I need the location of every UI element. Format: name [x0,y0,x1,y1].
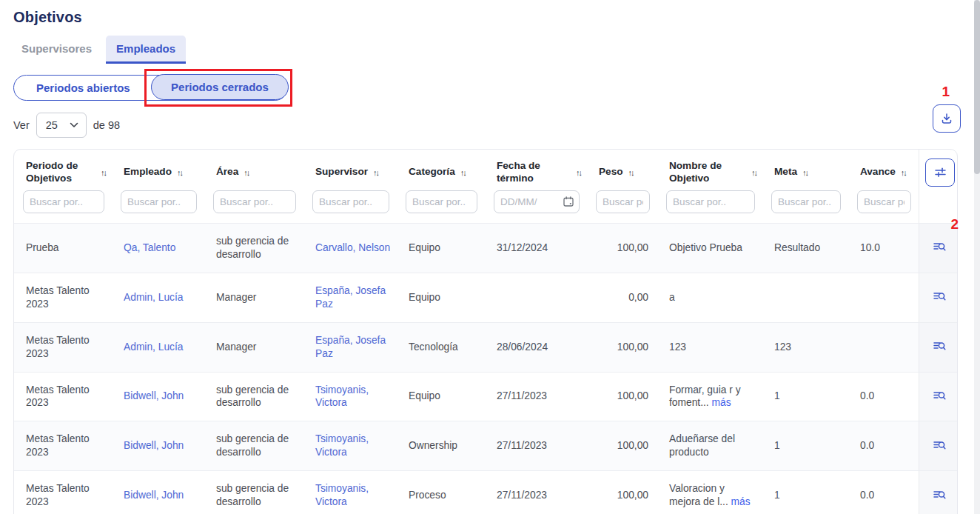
sort-icon[interactable]: ↑↓ [460,168,467,177]
empleado-link[interactable]: Bidwell, John [124,490,184,501]
col-periodo-label: Periodo de Objetivos [26,160,95,185]
sort-icon[interactable]: ↑↓ [244,168,250,177]
empleado-link[interactable]: Admin, Lucía [124,341,184,353]
mas-link[interactable]: más [712,397,731,408]
cell-empleado: Admin, Lucía [112,322,204,372]
cell-periodo: Metas Talento 2023 [14,421,112,470]
calendar-icon[interactable] [563,196,574,207]
cell-nombre: Adueñarse del producto [657,421,762,470]
objectives-table: Periodo de Objetivos↑↓ Empleado↑↓ Área↑↓… [13,149,958,514]
col-categoria-label: Categoría [409,166,455,178]
filter-meta-input[interactable] [771,190,841,213]
filter-categoria-input[interactable] [406,190,477,213]
supervisor-link[interactable]: Tsimoyanis, Victora [315,384,369,409]
row-detail-button[interactable] [930,337,948,355]
supervisor-link[interactable]: España, Josefa Paz [315,285,386,310]
cell-supervisor: España, Josefa Paz [303,273,397,322]
cell-actions [919,372,958,421]
vertical-scrollbar[interactable] [974,0,980,514]
empleado-link[interactable]: Bidwell, John [124,440,184,451]
sort-icon[interactable]: ↑↓ [901,168,907,177]
cell-supervisor: Tsimoyanis, Victora [303,470,397,514]
cell-peso: 100,00 [587,322,657,372]
row-detail-button[interactable] [930,436,948,454]
table-row: Metas Talento 2023 Bidwell, John sub ger… [14,470,958,514]
table-row: Metas Talento 2023 Admin, Lucía Manager … [14,273,958,322]
list-search-icon [932,487,947,502]
cell-categoria: Ownership [397,421,485,470]
sort-icon[interactable]: ↑↓ [628,168,635,177]
cell-actions [919,322,958,372]
download-icon [940,112,953,125]
sort-icon[interactable]: ↑↓ [751,168,758,177]
sort-icon[interactable]: ↑↓ [101,168,107,177]
supervisor-link[interactable]: Tsimoyanis, Victora [315,433,369,458]
cell-periodo: Metas Talento 2023 [14,372,112,421]
cell-supervisor: Tsimoyanis, Victora [303,421,397,470]
cell-fecha: 27/11/2023 [485,372,587,421]
sort-icon[interactable]: ↑↓ [177,168,184,177]
scrollbar-thumb[interactable] [974,0,980,174]
filter-area-input[interactable] [213,190,296,213]
download-button[interactable] [933,104,961,133]
supervisor-link[interactable]: Tsimoyanis, Victora [315,483,369,507]
filter-supervisor-input[interactable] [312,190,389,213]
filter-periodo-input[interactable] [23,190,104,213]
mas-link[interactable]: más [731,496,751,507]
periodos-abiertos-button[interactable]: Periodos abiertos [14,76,152,100]
chevron-down-icon [70,122,78,128]
filter-empleado-input[interactable] [121,190,197,213]
row-detail-button[interactable] [930,238,948,256]
tab-bar: Supervisores Empleados [13,36,958,64]
sort-icon[interactable]: ↑↓ [373,168,380,177]
cell-empleado: Qa, Talento [112,223,204,273]
cell-avance: 0.0 [848,470,919,514]
supervisor-link[interactable]: España, Josefa Paz [315,335,386,359]
list-search-icon [932,338,947,353]
cell-fecha [485,273,587,322]
supervisor-link[interactable]: Carvallo, Nelson [315,242,390,253]
list-search-icon [932,289,947,304]
tab-supervisores[interactable]: Supervisores [13,36,100,64]
col-fecha-label: Fecha de término [497,160,571,185]
cell-categoria: Equipo [397,223,485,273]
cell-area: sub gerencia de desarrollo [204,223,303,273]
empleado-link[interactable]: Admin, Lucía [124,292,184,303]
cell-meta: 1 [762,421,848,470]
empleado-link[interactable]: Bidwell, John [124,390,184,401]
empleado-link[interactable]: Qa, Talento [124,242,175,253]
cell-fecha: 27/11/2023 [485,421,587,470]
cell-categoria: Proceso [397,470,485,514]
cell-categoria: Equipo [397,372,485,421]
row-detail-button[interactable] [930,486,948,504]
col-avance-label: Avance [860,166,896,178]
cell-periodo: Metas Talento 2023 [14,273,112,322]
row-detail-button[interactable] [930,387,948,404]
filter-peso-input[interactable] [596,190,650,213]
cell-categoria: Equipo [397,273,485,322]
cell-area: sub gerencia de desarrollo [204,372,303,421]
row-detail-button[interactable] [930,287,948,305]
page-size-label: Ver [13,119,30,131]
cell-peso: 100,00 [587,223,657,273]
cell-area: sub gerencia de desarrollo [204,470,303,514]
col-area-label: Área [216,166,238,178]
page-size-select[interactable]: 25 [36,113,87,138]
column-settings-button[interactable] [925,158,955,187]
annotation-step-2: 2 [950,217,959,231]
tab-empleados[interactable]: Empleados [106,36,186,64]
cell-actions [919,470,958,514]
of-label: de [93,119,105,131]
cell-area: Manager [204,322,303,372]
sort-icon[interactable]: ↑↓ [802,168,809,177]
filter-nombre-input[interactable] [666,190,755,213]
total-count: 98 [108,119,120,131]
page-size-value: 25 [46,119,58,131]
cell-fecha: 28/06/2024 [485,322,587,372]
sort-icon[interactable]: ↑↓ [576,168,583,177]
cell-nombre: a [657,273,762,322]
col-nombre-label: Nombre de Objetivo [669,160,746,185]
periodos-cerrados-button[interactable]: Periodos cerrados [151,74,289,100]
filter-avance-input[interactable] [857,190,911,213]
table-row: Metas Talento 2023 Admin, Lucía Manager … [14,322,958,372]
